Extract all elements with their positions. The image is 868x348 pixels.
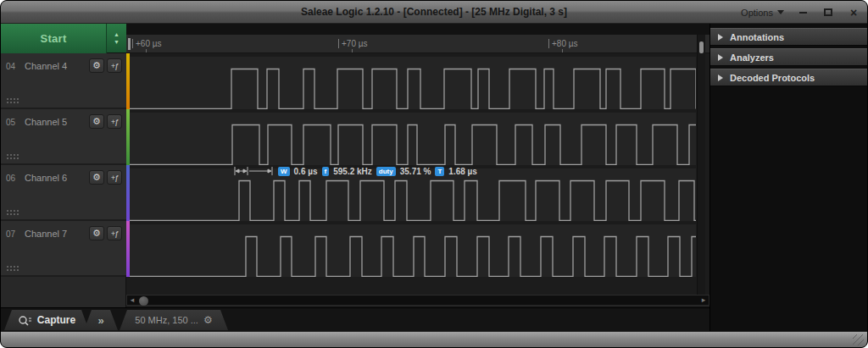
minimize-icon — [799, 12, 807, 14]
time-ruler[interactable]: +60 µs+70 µs+80 µs — [126, 35, 709, 53]
scroll-right-icon[interactable]: ▸ — [698, 296, 709, 305]
ruler-time-label: +70 µs — [342, 39, 368, 48]
triangle-down-icon: ▼ — [114, 40, 120, 45]
chevrons-icon: » — [97, 314, 103, 327]
channel-label: Channel 5 — [25, 117, 67, 127]
measurement-value: 1.68 µs — [448, 167, 477, 176]
channel-number: 06 — [6, 174, 15, 183]
digital-trace — [130, 113, 696, 165]
ruler-time-label: +80 µs — [552, 39, 578, 48]
waveform-row-05[interactable] — [130, 109, 696, 165]
gear-icon[interactable]: ⚙ — [203, 314, 213, 326]
section-label: Decoded Protocols — [730, 73, 815, 83]
measure-arrows-icon — [234, 166, 274, 176]
channel-row-05[interactable]: 05Channel 5⚙+ƒ — [1, 109, 126, 165]
add-analyzer-button[interactable]: +ƒ — [107, 170, 122, 185]
add-measurement-icon: +ƒ — [111, 174, 118, 182]
ruler-minor-tick — [146, 49, 147, 52]
tab-overflow-button[interactable]: » — [84, 310, 118, 330]
ruler-tick — [132, 39, 133, 48]
channel-number: 07 — [6, 229, 15, 239]
channel-row-07[interactable]: 07Channel 7⚙+ƒ — [1, 221, 126, 277]
gear-icon: ⚙ — [92, 116, 101, 127]
triangle-right-icon — [718, 54, 723, 61]
channel-number: 04 — [6, 62, 15, 71]
measurement-value: 35.71 % — [400, 167, 431, 176]
scroll-left-icon[interactable]: ◂ — [127, 296, 137, 305]
triangle-right-icon — [718, 34, 723, 41]
channel-row-06[interactable]: 06Channel 6⚙+ƒ — [1, 165, 126, 221]
gear-icon: ⚙ — [92, 228, 101, 239]
vertical-scrollbar[interactable] — [697, 35, 705, 295]
triangle-up-icon: ▲ — [114, 32, 120, 37]
measurement-badge-W: W — [278, 167, 290, 176]
channel-label: Channel 6 — [25, 173, 67, 183]
gear-icon: ⚙ — [92, 172, 101, 183]
ruler-minor-tick — [562, 49, 563, 52]
horizontal-scrollbar-thumb[interactable] — [139, 296, 148, 306]
start-options-arrows[interactable]: ▲ ▼ — [107, 24, 126, 52]
measurement-value: 595.2 kHz — [333, 167, 372, 176]
start-capture-button[interactable]: Start — [1, 24, 107, 53]
bottom-tab-bar: Capture » 50 MHz, 150 ... ⚙ — [1, 307, 709, 331]
triangle-right-icon — [718, 75, 723, 81]
resize-grip-icon[interactable] — [853, 334, 864, 345]
status-bar — [1, 331, 867, 348]
ruler-time-label: +60 µs — [136, 39, 162, 48]
add-measurement-icon: +ƒ — [111, 229, 118, 238]
title-bar[interactable]: Saleae Logic 1.2.10 - [Connected] - [25 … — [1, 1, 867, 24]
window-title: Saleae Logic 1.2.10 - [Connected] - [25 … — [1, 6, 867, 18]
measurement-badge-T: T — [435, 167, 444, 176]
capture-settings-tab[interactable]: 50 MHz, 150 ... ⚙ — [120, 310, 228, 330]
minimize-button[interactable] — [796, 7, 810, 19]
ruler-minor-tick — [352, 49, 353, 52]
app-window: Saleae Logic 1.2.10 - [Connected] - [25 … — [0, 0, 868, 348]
capture-tab[interactable]: Capture — [4, 310, 89, 330]
row-drag-grip-icon[interactable] — [6, 153, 20, 159]
channel-settings-button[interactable]: ⚙ — [89, 226, 104, 240]
maximize-button[interactable] — [821, 7, 835, 19]
waveform-row-04[interactable] — [130, 53, 696, 109]
add-measurement-icon: +ƒ — [111, 62, 118, 70]
measurement-badge-f: f — [322, 167, 330, 176]
section-decoded-protocols[interactable]: Decoded Protocols — [710, 69, 868, 86]
side-panel: Annotations Analyzers Decoded Protocols — [709, 24, 868, 331]
ruler-tick — [548, 39, 549, 48]
row-drag-grip-icon[interactable] — [6, 97, 20, 103]
row-drag-grip-icon[interactable] — [6, 209, 20, 215]
channel-label: Channel 7 — [25, 229, 67, 239]
chevron-down-icon — [777, 10, 784, 14]
digital-trace — [130, 224, 696, 277]
channel-row-04[interactable]: 04Channel 4⚙+ƒ — [1, 53, 126, 109]
add-analyzer-button[interactable]: +ƒ — [107, 114, 122, 129]
capture-tab-label: Capture — [37, 314, 75, 326]
ruler-tick — [338, 39, 339, 48]
digital-trace — [130, 57, 696, 109]
ruler-edge-marker — [128, 38, 131, 50]
channel-number: 05 — [6, 118, 15, 127]
section-label: Analyzers — [730, 52, 774, 63]
add-analyzer-button[interactable]: +ƒ — [107, 58, 122, 73]
section-analyzers[interactable]: Analyzers — [710, 48, 868, 66]
gear-icon: ⚙ — [92, 60, 101, 71]
channel-settings-button[interactable]: ⚙ — [89, 58, 104, 73]
channel-label: Channel 4 — [25, 61, 67, 71]
close-button[interactable]: × — [847, 7, 860, 19]
channel-settings-button[interactable]: ⚙ — [89, 114, 104, 129]
options-menu-button[interactable]: Options — [741, 8, 784, 18]
horizontal-scrollbar[interactable]: ◂ ▸ — [126, 295, 709, 306]
add-analyzer-button[interactable]: +ƒ — [107, 226, 122, 240]
options-label: Options — [741, 8, 773, 18]
measurement-value: 0.6 µs — [294, 167, 318, 176]
measurement-badge-duty: duty — [376, 167, 396, 176]
row-drag-grip-icon[interactable] — [6, 265, 20, 271]
section-label: Annotations — [730, 32, 784, 42]
vertical-scrollbar-thumb[interactable] — [699, 41, 704, 53]
waveform-row-07[interactable] — [130, 221, 696, 277]
section-annotations[interactable]: Annotations — [710, 28, 868, 46]
channel-panel: Start ▲ ▼ 04Channel 4⚙+ƒ05Channel 5⚙+ƒ06… — [1, 24, 126, 307]
channel-settings-button[interactable]: ⚙ — [89, 170, 104, 185]
ruler-top-strip — [126, 24, 709, 35]
waveform-area[interactable]: +60 µs+70 µs+80 µs W0.6 µsf595.2 kHzduty… — [126, 24, 709, 307]
maximize-icon — [824, 8, 832, 16]
